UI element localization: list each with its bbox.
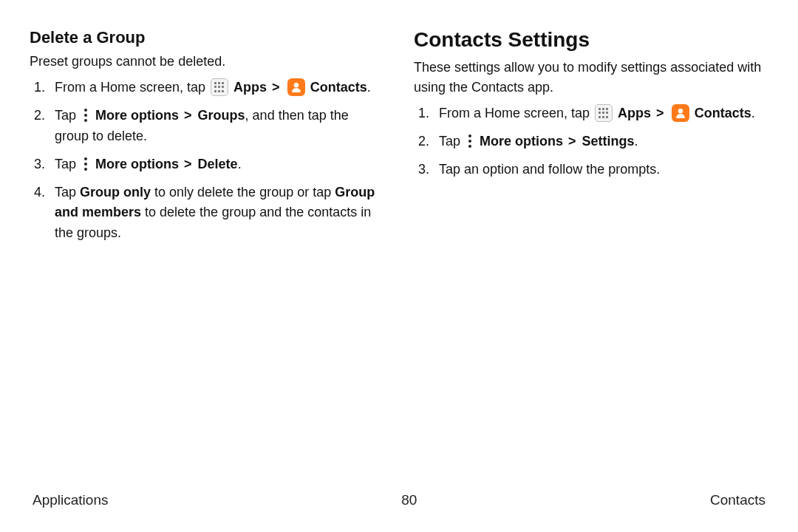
manual-page: Delete a Group Preset groups cannot be d… [0,0,798,532]
contacts-icon [672,104,689,122]
contacts-settings-heading: Contacts Settings [414,28,768,52]
step-text: . [635,134,638,149]
svg-point-1 [678,109,682,113]
delete-group-heading: Delete a Group [30,28,384,47]
footer-left: Applications [33,492,108,508]
step-text: Tap [55,108,80,123]
step-4: Tap Group only to only delete the group … [30,183,384,245]
step-text: From a Home screen, tap [439,106,593,120]
step-text: Tap [55,157,80,171]
chevron-right-icon: > [184,157,192,171]
step-2: Tap More options > Groups, and then tap … [30,106,384,147]
apps-icon [595,104,613,122]
step-1: From a Home screen, tap Apps > [30,78,384,98]
apps-label: Apps [618,106,651,120]
step-text: . [367,80,371,95]
settings-label: Settings [582,134,635,149]
chevron-right-icon: > [272,80,280,95]
delete-group-lead: Preset groups cannot be deleted. [30,52,384,72]
contacts-settings-steps: From a Home screen, tap Apps > [414,103,768,180]
step-text: . [751,106,755,120]
page-footer: Applications 80 Contacts [30,492,768,510]
groups-label: Groups [198,108,245,123]
apps-icon [211,78,228,96]
left-column: Delete a Group Preset groups cannot be d… [30,28,384,251]
step-text: . [238,157,242,171]
apps-icon-grid [214,82,225,92]
more-options-icon [466,133,474,149]
contacts-icon-svg [290,81,302,93]
step-text: Tap [55,185,80,200]
step-3: Tap More options > Delete. [30,154,384,175]
chevron-right-icon: > [184,108,192,123]
footer-page-number: 80 [401,492,417,508]
apps-icon-grid [598,108,609,118]
step-text: Tap an option and follow the prompts. [439,162,660,177]
delete-label: Delete [198,157,238,171]
step-text: Tap [439,134,464,149]
step-2: Tap More options > Settings. [414,132,768,152]
more-options-label: More options [480,134,563,149]
delete-group-steps: From a Home screen, tap Apps > [30,78,384,244]
chevron-right-icon: > [568,134,576,149]
step-text: to only delete the group or tap [151,185,335,200]
two-column-layout: Delete a Group Preset groups cannot be d… [30,28,768,251]
more-options-label: More options [95,157,179,171]
step-1: From a Home screen, tap Apps > [414,103,768,124]
more-options-icon [81,156,90,172]
footer-right: Contacts [710,492,765,508]
group-only-label: Group only [80,185,151,200]
chevron-right-icon: > [656,106,664,120]
right-column: Contacts Settings These settings allow y… [414,28,768,251]
contacts-icon [287,78,305,96]
step-3: Tap an option and follow the prompts. [414,160,768,180]
more-options-label: More options [95,108,179,123]
step-text: From a Home screen, tap [55,80,209,95]
svg-point-0 [293,83,298,87]
apps-label: Apps [233,80,267,95]
contacts-settings-lead: These settings allow you to modify setti… [414,58,768,98]
contacts-icon-svg [675,107,686,119]
contacts-label: Contacts [695,106,751,120]
more-options-icon [81,107,90,123]
contacts-label: Contacts [310,80,367,95]
